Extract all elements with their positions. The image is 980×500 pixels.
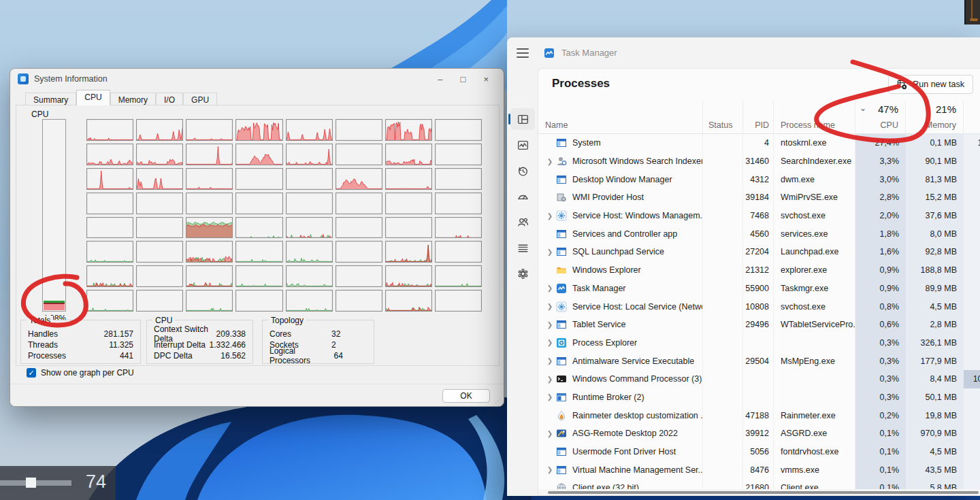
- process-row[interactable]: ❯Tablet Service29496WTabletServicePro...…: [538, 316, 980, 334]
- volume-osd: 74: [0, 466, 116, 500]
- expand-chevron-icon[interactable]: ❯: [545, 376, 555, 383]
- column-header-memory[interactable]: 21% Memory: [906, 100, 964, 134]
- tab-cpu[interactable]: CPU: [76, 90, 110, 105]
- process-disk-partial: 0,: [964, 352, 980, 370]
- ok-button[interactable]: OK: [442, 389, 490, 403]
- close-button[interactable]: ×: [483, 74, 489, 84]
- cpu-graph-cell: [336, 119, 382, 141]
- process-row[interactable]: Client.exe (32 bit)21680Client.exe0,1%5,…: [538, 479, 980, 489]
- sysinfo-window-title: System Information: [34, 74, 108, 84]
- resize-grip[interactable]: ⋰: [495, 397, 501, 404]
- column-header-disk-partial[interactable]: [964, 100, 980, 134]
- column-header-status[interactable]: Status: [703, 100, 743, 134]
- process-exe: SearchIndexer.exe: [774, 152, 855, 171]
- process-cpu: 2,0%: [855, 207, 906, 225]
- run-new-task-button[interactable]: Run new task: [888, 75, 973, 94]
- sidebar-item-performance[interactable]: [510, 134, 535, 156]
- cpu-graph-cell: [186, 290, 233, 312]
- process-disk-partial: 12,: [964, 134, 980, 152]
- expand-chevron-icon[interactable]: ❯: [545, 248, 555, 256]
- cpu-graph-cell: [235, 193, 282, 214]
- column-header-name[interactable]: Name: [538, 100, 703, 134]
- column-header-pid[interactable]: PID: [743, 100, 774, 134]
- process-row[interactable]: WMI Provider Host39184WmiPrvSE.exe2,8%15…: [538, 188, 980, 207]
- process-row[interactable]: ❯SQL Launchpad Service27204Launchpad.exe…: [538, 243, 980, 261]
- cpu-graph-cell: [86, 193, 133, 214]
- process-row[interactable]: ❯Process Explorer0,3%326,1 MB0,: [538, 334, 980, 352]
- process-row[interactable]: Rainmeter desktop customization ...47188…: [538, 406, 980, 424]
- tab-memory[interactable]: Memory: [110, 93, 156, 105]
- process-row[interactable]: ❯Task Manager55900Taskmgr.exe0,9%89,9 MB…: [538, 280, 980, 298]
- process-status: [703, 424, 743, 443]
- process-status: [703, 443, 743, 461]
- process-cpu: 0,1%: [855, 479, 906, 489]
- expand-chevron-icon[interactable]: ❯: [545, 357, 555, 365]
- process-row[interactable]: ❯Runtime Broker (2)0,3%50,1 MB: [538, 388, 980, 407]
- taskmgr-titlebar[interactable]: Task Manager: [507, 37, 980, 68]
- scrollbar-thumb[interactable]: [548, 491, 979, 494]
- checkbox-checked-icon[interactable]: ✓: [27, 368, 36, 378]
- process-table-header: Name Status PID Process name ⌄ 47% CPU 2…: [538, 100, 980, 134]
- expand-chevron-icon[interactable]: ❯: [545, 284, 555, 292]
- column-header-cpu[interactable]: ⌄ 47% CPU: [855, 100, 906, 134]
- process-memory: 970,9 MB: [906, 424, 964, 443]
- tab-io[interactable]: I/O: [156, 93, 183, 105]
- process-row[interactable]: ❯Microsoft Windows Search Indexer31460Se…: [538, 152, 980, 171]
- expand-chevron-icon[interactable]: ❯: [545, 158, 555, 165]
- expand-chevron-icon[interactable]: ❯: [545, 466, 555, 473]
- sysinfo-titlebar[interactable]: System Information – □ ×: [10, 69, 504, 89]
- process-row[interactable]: System4ntoskrnl.exe27,4%0,1 MB12,: [538, 134, 980, 152]
- sidebar-item-details[interactable]: [510, 237, 535, 259]
- cpu-graph-cell: [286, 217, 333, 239]
- process-pid: 39184: [743, 188, 774, 207]
- minimize-button[interactable]: –: [438, 74, 442, 84]
- expand-chevron-icon[interactable]: ❯: [545, 393, 555, 401]
- process-status: [703, 316, 743, 334]
- cpu-graph-cell: [86, 168, 133, 190]
- show-one-graph-per-cpu-checkbox[interactable]: ✓ Show one graph per CPU: [27, 368, 134, 378]
- hamburger-menu-icon[interactable]: [517, 48, 529, 58]
- process-row[interactable]: ❯Service Host: Local Service (Netwo...10…: [538, 297, 980, 316]
- sidebar-item-services[interactable]: [510, 263, 535, 284]
- cpu-graph-cell: [136, 290, 183, 312]
- tab-summary[interactable]: Summary: [25, 93, 76, 105]
- process-row[interactable]: Desktop Window Manager4312dwm.exe3,0%81,…: [538, 170, 980, 188]
- expand-chevron-icon[interactable]: ❯: [545, 321, 555, 329]
- process-row[interactable]: ❯Windows Command Processor (3)0,3%8,4 MB…: [538, 370, 980, 388]
- process-name: ASG-Remote Desktop 2022: [572, 429, 678, 438]
- expand-chevron-icon[interactable]: ❯: [545, 212, 555, 220]
- process-row[interactable]: ❯Antimalware Service Executable29504MsMp…: [538, 352, 980, 370]
- expand-chevron-icon[interactable]: ❯: [545, 303, 555, 310]
- sidebar-item-processes[interactable]: [510, 108, 535, 130]
- process-row[interactable]: Services and Controller app4560services.…: [538, 224, 980, 243]
- process-memory: 8,0 MB: [906, 224, 964, 243]
- person-search-icon: [556, 156, 567, 167]
- process-disk-partial: 0,: [964, 280, 980, 298]
- expand-chevron-icon[interactable]: ❯: [545, 430, 555, 437]
- cpu-graph-cell: [435, 193, 482, 214]
- expand-chevron-icon[interactable]: ❯: [545, 339, 555, 346]
- tab-gpu[interactable]: GPU: [183, 93, 217, 105]
- process-row[interactable]: Windows Explorer21312explorer.exe0,9%188…: [538, 261, 980, 280]
- sidebar-item-app-history[interactable]: [510, 160, 535, 182]
- maximize-button[interactable]: □: [461, 74, 466, 84]
- horizontal-scrollbar[interactable]: [538, 489, 980, 496]
- cpu-graph-cell: [336, 168, 382, 190]
- column-header-process-name[interactable]: Process name: [774, 100, 855, 134]
- cpu-groupbox: CPU Context Switch Delta209.338Interrupt…: [146, 320, 253, 364]
- sidebar-item-startup-apps[interactable]: [510, 185, 535, 207]
- osd-slider-thumb[interactable]: [26, 478, 36, 488]
- process-row[interactable]: Usermode Font Driver Host5056fontdrvhost…: [538, 443, 980, 461]
- process-row[interactable]: ❯Virtual Machine Management Ser...8476vm…: [538, 461, 980, 479]
- process-cpu: 0,3%: [855, 370, 906, 388]
- process-row[interactable]: ❯Service Host: Windows Managem...7468svc…: [538, 207, 980, 225]
- process-rows: System4ntoskrnl.exe27,4%0,1 MB12,❯Micros…: [538, 134, 980, 489]
- group-row: Cores32: [263, 329, 374, 339]
- process-cpu: 0,6%: [855, 316, 906, 334]
- window-icon: [556, 356, 567, 367]
- process-status: [703, 188, 743, 207]
- process-row[interactable]: ❯ASG-Remote Desktop 202239912ASGRD.exe0,…: [538, 424, 980, 443]
- sidebar-item-users[interactable]: [510, 211, 535, 233]
- process-name: Tablet Service: [572, 320, 626, 329]
- process-memory: 4,5 MB: [906, 443, 964, 461]
